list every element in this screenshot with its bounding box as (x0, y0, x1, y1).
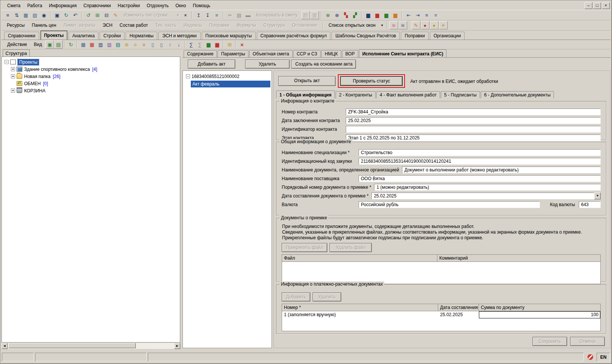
car-yellow-icon[interactable]: ● (430, 21, 439, 29)
open-act-button[interactable]: Открыть акт (278, 76, 336, 86)
change-row-type-dropdown-icon[interactable]: ▼ (175, 11, 181, 19)
tab-stroyki[interactable]: Стройки (100, 32, 124, 40)
panel-popravki[interactable]: Поправки (206, 21, 233, 29)
chart-1-icon[interactable]: ▆ (364, 11, 373, 19)
column-amount[interactable]: Сумма по документу (479, 304, 600, 311)
collapse-icon[interactable]: − (186, 74, 190, 78)
act-item-selected[interactable]: Акт февраль (191, 81, 270, 87)
open-windows-list-button[interactable]: Список открытых окон (325, 21, 379, 29)
move-up-icon[interactable]: ↥ (194, 11, 203, 19)
expand-icon[interactable]: + (11, 74, 15, 78)
payment-number-cell[interactable]: 1 (заполняется вручную) (282, 311, 438, 318)
estimate-blue-icon[interactable]: ▥ (96, 40, 105, 49)
tab-soderzhanie[interactable]: Содержание (184, 50, 217, 57)
payment-amount-cell[interactable]: 100 (479, 311, 600, 318)
undo-icon[interactable]: ↶ (71, 11, 80, 19)
close-project-icon[interactable]: × (238, 40, 246, 49)
delete-file-button[interactable]: Удалить файл (330, 243, 372, 252)
chart-2-icon[interactable]: ▆ (373, 11, 382, 19)
tab-poiskovye-marshruty[interactable]: Поисковые маршруты (202, 32, 256, 40)
sheets-red-icon[interactable]: ▦ (87, 40, 96, 49)
sheet-close-icon[interactable]: ▦ (21, 11, 30, 19)
expertise-doc-icon[interactable]: ▯ (148, 40, 157, 49)
list-2-icon[interactable]: ≡ (431, 11, 440, 19)
pencil-icon[interactable]: ✎ (412, 21, 420, 29)
cut-icon[interactable]: ✂ (225, 11, 234, 19)
menu-otdohnut[interactable]: Отдохнуть (143, 2, 172, 9)
add-act-button[interactable]: Добавить акт (188, 60, 235, 69)
tab-structure[interactable]: Структура (3, 49, 30, 57)
menu-okno[interactable]: Окно (172, 2, 189, 9)
tab-ispolnenie-smety-eis[interactable]: Исполнение Сметы контракта (ЕИС) (359, 49, 447, 57)
tab-podpisanty[interactable]: 5 - Подписанты (441, 91, 480, 98)
supplier-field[interactable]: ООО Вятка (359, 175, 601, 182)
doc-refresh-icon[interactable]: ↺ (84, 11, 93, 19)
tab-analitika[interactable]: Аналитика (69, 32, 98, 40)
globe-icon[interactable]: ⊕ (324, 11, 332, 19)
histogram-2-icon[interactable]: ▆ (213, 40, 221, 49)
specialization-field[interactable]: Строительство (359, 149, 601, 156)
tree-node-new-folder[interactable]: + Новая папка [26] (9, 73, 179, 80)
contract-date-field[interactable]: 25.02.2025 (346, 117, 601, 124)
save-icon[interactable]: ▣ (53, 11, 61, 19)
view-menu[interactable]: Вид (31, 40, 46, 49)
copy-to-estimate-button[interactable]: Копировать в смету (253, 11, 301, 19)
doc-date-field[interactable]: 25.02.2025 (371, 193, 594, 199)
add-payment-button[interactable]: Добавить (282, 292, 310, 301)
menu-smeta[interactable]: Смета (4, 2, 24, 9)
sum-2-icon[interactable]: ∑ (195, 40, 204, 49)
tab-dop-dokumenty[interactable]: 6 - Дополнительные документы (481, 91, 554, 98)
cancel-button[interactable]: Отмена (570, 337, 605, 346)
delete-payment-button[interactable]: Удалить (313, 292, 341, 301)
scroll-thumb[interactable] (8, 343, 136, 348)
tab-ssr-sz[interactable]: ССР и СЗ (293, 50, 321, 57)
ordinal-number-field[interactable]: 1 (можно редактировать) (374, 184, 601, 191)
report-b-icon[interactable]: ▞ (351, 11, 359, 19)
menu-informaciya[interactable]: Информация (46, 2, 80, 9)
add-position-icon[interactable]: ⊞ (93, 11, 102, 19)
refresh-all-icon[interactable]: ↻ (66, 40, 75, 49)
tree-node-obmen[interactable]: ОБМЕН [0] (9, 80, 179, 87)
change-row-type-combo[interactable]: Изменить тип строки... (120, 11, 175, 19)
column-file[interactable]: Файл (282, 255, 437, 262)
scroll-right-icon[interactable]: ▶ (174, 343, 180, 349)
outdent-icon[interactable]: ⇤ (404, 11, 413, 19)
copy-icon[interactable]: ▤ (235, 11, 243, 19)
folder-add-icon[interactable]: ⊞ (225, 40, 234, 49)
action-menu[interactable]: Действие (4, 40, 31, 49)
panel-formuly[interactable]: Формулы (233, 21, 259, 29)
tab-vor[interactable]: ВОР (342, 50, 358, 57)
attach-file-button[interactable]: Прикрепить файл (282, 243, 327, 252)
osr-icon[interactable]: ▤ (114, 40, 122, 49)
sum-icon[interactable]: ∑ (187, 40, 195, 49)
tab-normativy[interactable]: Нормативы (126, 32, 157, 40)
horizontal-scrollbar[interactable]: ◀ ▶ (2, 343, 180, 349)
db-pink-icon[interactable]: ≋ (390, 21, 398, 29)
contract-number-field[interactable]: ZFK-3844_Стройка (346, 109, 601, 115)
menu-pomosh[interactable]: Помощь (189, 2, 213, 9)
sun-icon[interactable]: ☀ (439, 21, 448, 29)
tree-node-building[interactable]: + Здание спортивного комплекса [4] (9, 66, 179, 73)
tab-kontragenty[interactable]: 2 - Контрагенты (336, 91, 376, 98)
car-red-icon[interactable]: ● (421, 21, 429, 29)
menu-nastroyki[interactable]: Настройки (114, 2, 143, 9)
tab-esn-metodiki[interactable]: ЭСН и методики (158, 32, 200, 40)
panel-struktura[interactable]: Структура (260, 21, 288, 29)
folder-open-icon[interactable]: ▣ (45, 40, 54, 49)
acts-root-node[interactable]: − 1683400855121000002 (184, 73, 270, 80)
keyboard-language-indicator[interactable]: EN (597, 353, 610, 361)
collapse-icon[interactable]: − (5, 60, 9, 64)
contract-stage-field[interactable]: Этап 1 с 25.02.2025 по 31.12.2025 (346, 135, 601, 141)
copy-to-estimate-doc-icon[interactable]: ▤ (301, 11, 310, 19)
move-row-up-icon[interactable]: ↑ (166, 40, 174, 49)
histogram-icon[interactable]: ▆ (204, 40, 213, 49)
edit-wizard-icon[interactable]: ✎ (111, 11, 120, 19)
db-blue-icon[interactable]: ≋ (399, 21, 407, 29)
tree-node-korzina[interactable]: + КОРЗИНА (9, 87, 179, 94)
chart-4-icon[interactable]: ▆ (391, 11, 400, 19)
tab-spravochnik-formul[interactable]: Справочник расчётных формул (257, 32, 331, 40)
tab-obshchaya-informaciya[interactable]: 1 - Общая информация (276, 90, 335, 98)
contract-id-field[interactable] (346, 126, 601, 133)
tree-node-projects[interactable]: − Проекты (3, 58, 179, 66)
doc-name-field[interactable]: Документ о выполнении работ (можно редак… (402, 167, 601, 173)
